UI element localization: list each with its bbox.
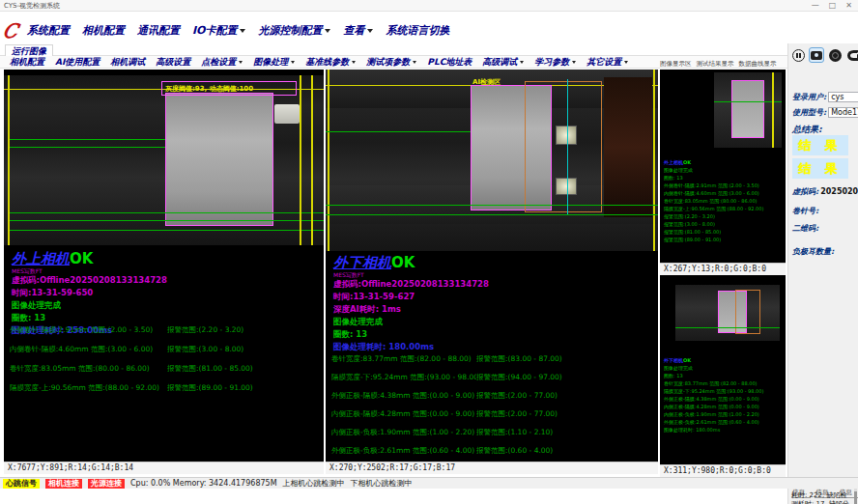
measure-row: 隔膜宽度-上:90.56mm 范围:(88.00 - 92.00)报警范围:(8… — [10, 378, 319, 398]
tab-count-row: 负极耳数量: — [792, 246, 834, 257]
exit-button[interactable] — [845, 47, 858, 63]
middle-status-ok: OK — [391, 254, 415, 271]
middle-barcode: 虚拟码:Offline20250208133134728 — [333, 278, 489, 291]
tool-camera-debug[interactable]: 相机调试 — [110, 56, 145, 69]
separator-block — [165, 93, 273, 226]
thumbnail-lower-camera[interactable]: 外下相机OK 图像处理完成 圈数: 13 卷针宽度:83.77mm 范围:(82… — [660, 275, 786, 464]
app-title: CYS-视觉检测系统 — [4, 1, 60, 11]
overlay-yellow-vline — [772, 72, 774, 148]
menu-light-config[interactable]: 光源控制配置 — [258, 23, 330, 38]
bright-feature — [556, 178, 577, 195]
measure-row: 内侧正极-隔膜:4.28mm 范围:(0.00 - 9.00)报警范围:(2.0… — [331, 405, 655, 423]
menu-comm-config[interactable]: 通讯配置 — [137, 23, 180, 38]
overlay-green-line — [10, 139, 165, 140]
left-status-ok: OK — [70, 250, 93, 267]
overlay-green-line — [326, 214, 658, 215]
result-indicator-upper: 结 果 — [792, 135, 848, 155]
minimize-icon[interactable]: — — [812, 0, 819, 12]
upper-camera-heartbeat-text: 上相机心跳检测中 — [283, 478, 345, 489]
virtual-code-value: 20250208 — [820, 187, 858, 196]
virtual-code-row: 虚拟码: 20250208 — [792, 186, 858, 197]
middle-result-text: 外下相机OK MES写数FT 虚拟码:Offline20250208133134… — [333, 253, 489, 353]
overlay-green-line — [326, 131, 471, 132]
tool-image-processing[interactable]: 图像处理 — [253, 56, 295, 69]
middle-ai-time: 深度AI耗时: 1ms — [333, 303, 489, 316]
camera-connection-badge: 相机连接 — [45, 479, 82, 489]
lower-camera-heartbeat-text: 下相机心跳检测中 — [351, 478, 413, 489]
result-indicator-lower: 结 果 — [792, 158, 848, 179]
app-logo-icon: 𝐶 — [3, 19, 22, 42]
tool-ai-usage-config[interactable]: AI使用配置 — [55, 56, 100, 69]
camera-icon — [811, 51, 822, 60]
middle-pixel-coords: X:270;Y:2502;R:17;G:17;B:17 — [326, 462, 658, 474]
overlay-yellow-vline — [311, 75, 313, 245]
tool-baseline-params[interactable]: 基准线参数 — [305, 56, 356, 69]
model-input[interactable]: Mode11 — [828, 107, 858, 118]
dropdown-arrow-icon — [624, 61, 628, 64]
app-window: CYS-视觉检测系统 — □ ✕ 𝐶 系统配置 相机配置 通讯配置 IO卡配置 … — [0, 0, 858, 504]
overlay-green-line — [326, 205, 658, 206]
close-icon[interactable]: ✕ — [845, 0, 852, 12]
scrollbar-thumb[interactable] — [854, 491, 857, 504]
tool-advanced-settings[interactable]: 高级设置 — [156, 56, 190, 69]
dropdown-arrow-icon — [413, 61, 416, 64]
left-camera-image: 灰度阈值:93, 动态阈值:100 — [4, 75, 324, 245]
thumbnail-upper-camera[interactable]: 外上相机OK 图像处理完成 圈数: 13 外侧卷针-隔膜:2.91mm 范围:(… — [660, 70, 786, 263]
model-field: 使用型号: Mode11 — [792, 107, 858, 118]
middle-done: 图像处理完成 — [333, 316, 489, 328]
measure-row: 外侧卷针-隔膜:2.91mm 范围:(2.00 - 3.50)报警范围:(2.2… — [10, 321, 319, 340]
middle-camera-image: AI检测区 — [326, 70, 658, 251]
display-area-tabs: 图像显示区 测试结果显示 数据曲线显示 — [660, 58, 786, 70]
log-scrollbar[interactable] — [854, 488, 857, 504]
tab-curve-display[interactable]: 数据曲线显示 — [739, 60, 777, 69]
login-user-input[interactable]: cys — [828, 92, 858, 102]
menu-language-switch[interactable]: 系统语言切换 — [386, 23, 449, 38]
lens-button[interactable] — [827, 47, 843, 63]
dropdown-arrow-icon — [291, 61, 295, 64]
menu-io-config[interactable]: IO卡配置 — [192, 23, 245, 38]
login-user-field: 登录用户: cys — [792, 92, 858, 102]
bright-feature — [556, 126, 577, 145]
overlay-green-line — [10, 220, 324, 221]
overlay-yellow-vline — [653, 70, 655, 251]
tool-plc-address-table[interactable]: PLC地址表 — [427, 56, 472, 69]
qr-row: 二维码: — [792, 223, 818, 234]
camera-capture-button[interactable] — [809, 47, 824, 63]
maximize-icon[interactable]: □ — [829, 0, 837, 12]
dropdown-arrow-icon — [572, 61, 576, 64]
tool-learning-params[interactable]: 学习参数 — [534, 56, 576, 69]
tab-result-display[interactable]: 测试结果显示 — [697, 60, 734, 69]
tool-test-params[interactable]: 测试项参数 — [366, 56, 416, 69]
pause-button[interactable] — [790, 47, 806, 63]
menu-camera-config[interactable]: 相机配置 — [82, 23, 125, 38]
left-barcode: 虚拟码:Offline20250208133134728 — [12, 274, 167, 287]
thumb2-image — [675, 285, 780, 341]
virtual-code-label: 虚拟码: — [792, 186, 818, 197]
tab-image-display[interactable]: 图像显示区 — [660, 60, 692, 69]
left-pixel-coords: X:7677;Y:891;R:14;G:14;B:14 — [4, 462, 324, 474]
menubar: 𝐶 系统配置 相机配置 通讯配置 IO卡配置 光源控制配置 查看 系统语言切换 — [0, 14, 858, 44]
menu-view[interactable]: 查看 — [343, 23, 373, 38]
measure-row: 内侧卷针-隔膜:4.60mm 范围:(3.00 - 6.00)报警范围:(3.0… — [10, 340, 319, 359]
measure-row: 外侧正极-负极:2.61mm 范围:(0.60 - 4.00)报警范围:(0.6… — [331, 441, 655, 460]
window-controls: — □ ✕ — [812, 0, 856, 12]
middle-measurements: 卷针宽度:83.77mm 范围:(82.00 - 88.00)报警范围:(83.… — [331, 350, 655, 460]
measure-row: 内侧正极-负极:1.90mm 范围:(1.00 - 2.20)报警范围:(1.1… — [331, 423, 655, 441]
overlay-yellow-vline — [300, 75, 301, 245]
light-connection-badge: 光源连接 — [88, 479, 125, 489]
menu-system-config[interactable]: 系统配置 — [27, 23, 70, 38]
overlay-yellow-vline — [328, 70, 329, 251]
tool-camera-config[interactable]: 相机配置 — [10, 56, 44, 69]
right-control-panel: 登录用户: cys 使用型号: Mode11 总结果: 结 果 结 果 虚拟码:… — [787, 43, 858, 504]
main-area: 灰度阈值:93, 动态阈值:100 外上相机OK MES写数FT 虚拟码:Off… — [0, 70, 858, 475]
thumb1-pixel-coords: X:267;Y:13;R:0;G:0;B:0 — [660, 263, 786, 275]
middle-camera-view[interactable]: AI检测区 外下相机OK MES写数FT 虚拟码:Offline20250208… — [326, 70, 658, 462]
app-status-bar: 心跳信号 相机连接 光源连接 Cpu: 0.0% Memory: 3424.41… — [0, 477, 858, 489]
tool-other-settings[interactable]: 其它设置 — [586, 56, 628, 69]
left-camera-view[interactable]: 灰度阈值:93, 动态阈值:100 外上相机OK MES写数FT 虚拟码:Off… — [4, 70, 324, 462]
tool-advanced-debug[interactable]: 高级调试 — [482, 56, 524, 69]
needle-row: 卷针号: — [792, 206, 818, 216]
measure-row: 隔膜宽度-下:95.24mm 范围:(93.00 - 98.00)报警范围:(9… — [331, 368, 655, 386]
tab-strip: 运行图像 — [0, 44, 858, 56]
tool-spot-check[interactable]: 点检设置 — [201, 56, 243, 69]
